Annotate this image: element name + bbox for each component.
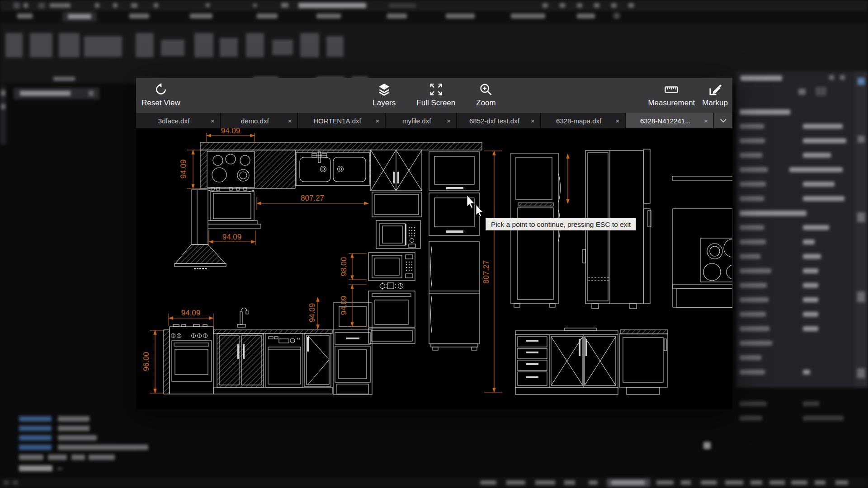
- tab-6852-dxf-test[interactable]: 6852-dxf test.dxf ×: [457, 113, 540, 128]
- svg-text:94.09: 94.09: [221, 128, 241, 135]
- dim-counter-width: 807.27: [257, 194, 368, 210]
- dim-range-height: 96.00: [142, 330, 163, 393]
- tab-demo[interactable]: demo.dxf ×: [221, 113, 297, 128]
- svg-text:94.09: 94.09: [222, 233, 242, 241]
- zoom-icon: [479, 83, 493, 96]
- open-shelf-box: [372, 192, 421, 217]
- close-icon[interactable]: ×: [447, 117, 451, 124]
- tall-oven-tower: [333, 303, 372, 394]
- tab-3dface[interactable]: 3dface.dxf ×: [136, 113, 220, 128]
- svg-text:94.09: 94.09: [308, 303, 316, 323]
- range-side-view: [672, 176, 732, 307]
- measurement-ruler-icon: [665, 83, 678, 96]
- layers-icon: [377, 83, 391, 96]
- dim-range-front-width: 94.09: [209, 230, 255, 245]
- counter-strip: [213, 330, 332, 333]
- oven-front-view: [204, 192, 261, 228]
- svg-text:96.00: 96.00: [142, 352, 151, 371]
- faucet-elevation: [237, 308, 248, 327]
- close-icon[interactable]: ×: [616, 117, 620, 124]
- close-icon[interactable]: ×: [531, 117, 535, 124]
- svg-text:807.27: 807.27: [301, 194, 324, 202]
- reset-view-icon: [154, 83, 168, 96]
- measurement-button[interactable]: Measurement: [648, 78, 695, 108]
- chevron-down-icon: [720, 118, 727, 123]
- microwave-built-in: [368, 253, 415, 281]
- dxf-viewer-panel: Reset View Layers: [136, 78, 732, 409]
- tab-horten1a[interactable]: HORTEN1A.dxf ×: [298, 113, 385, 128]
- zoom-button[interactable]: Zoom: [476, 78, 495, 108]
- wall-cabinet-lower: [429, 193, 480, 235]
- markup-button[interactable]: Markup: [702, 78, 728, 108]
- layers-label: Layers: [373, 99, 396, 108]
- close-icon[interactable]: ×: [375, 117, 379, 124]
- tab-overflow-button[interactable]: [714, 113, 732, 128]
- svg-text:94.09: 94.09: [340, 296, 348, 315]
- dim-total-height: 807.27: [482, 151, 502, 392]
- base-cabinet-x-door: [304, 333, 331, 386]
- range-elevation: [164, 324, 213, 394]
- stack-lower-panel: [368, 328, 415, 343]
- dim-stack-upper: 98.00: [340, 253, 367, 280]
- close-icon[interactable]: ×: [704, 117, 708, 124]
- dim-cooktop-width: 94.09: [207, 128, 255, 142]
- sink-plan: [296, 152, 369, 185]
- layers-button[interactable]: Layers: [373, 78, 396, 108]
- background-titlebar: [0, 0, 868, 11]
- full-screen-label: Full Screen: [416, 99, 455, 108]
- wall-cabinet-upper: [429, 152, 480, 190]
- pick-point-tooltip: Pick a point to continue, pressing ESC t…: [486, 218, 636, 230]
- tab-6328-mapa[interactable]: 6328-mapa.dxf ×: [541, 113, 625, 128]
- dim-tower-height: 94.09: [308, 297, 318, 329]
- file-tab-bar: 3dface.dxf × demo.dxf × HORTEN1A.dxf × m…: [136, 113, 732, 128]
- dishwasher: [266, 333, 303, 387]
- toe-kick-plinth: [214, 387, 332, 394]
- dim-stack-lower: 94.09: [340, 285, 367, 326]
- measurement-label: Measurement: [648, 99, 695, 108]
- close-icon[interactable]: ×: [288, 117, 292, 124]
- full-screen-button[interactable]: Full Screen: [416, 78, 455, 108]
- close-icon[interactable]: ×: [211, 117, 215, 124]
- svg-text:807.27: 807.27: [482, 260, 491, 284]
- markup-label: Markup: [702, 99, 728, 108]
- wall-oven: [368, 291, 415, 327]
- background-icon-strip: [854, 71, 868, 388]
- wall-cabinet-x-doors: [371, 150, 422, 191]
- reset-view-button[interactable]: Reset View: [142, 78, 180, 108]
- cooktop-plan: [207, 151, 255, 194]
- drawer-unit-elevation: [515, 328, 618, 394]
- svg-text:94.09: 94.09: [181, 309, 201, 317]
- markup-pencil-icon: [708, 83, 722, 96]
- svg-text:94.09: 94.09: [179, 160, 188, 179]
- single-base-cabinet: [619, 330, 668, 394]
- tab-myfile[interactable]: myfile.dxf ×: [386, 113, 456, 128]
- drawing-canvas[interactable]: 94.09 94.09 807.27 94.09: [136, 128, 732, 409]
- oven-control-strip: [379, 282, 403, 290]
- microwave-upper: [376, 221, 420, 249]
- full-screen-icon: [429, 83, 443, 96]
- reset-view-label: Reset View: [142, 99, 180, 108]
- refrigerator-front: [429, 242, 480, 350]
- dim-range-width: 94.09: [169, 309, 213, 329]
- dim-cooktop-depth: 94.09: [179, 150, 201, 188]
- tab-6328-n412241[interactable]: 6328-N412241... ×: [626, 113, 713, 128]
- sink-base-cabinet: [217, 333, 264, 387]
- svg-text:98.00: 98.00: [340, 257, 348, 277]
- viewer-toolbar: Reset View Layers: [136, 78, 732, 113]
- zoom-label: Zoom: [476, 99, 495, 108]
- side-panel-sliver: [644, 149, 651, 304]
